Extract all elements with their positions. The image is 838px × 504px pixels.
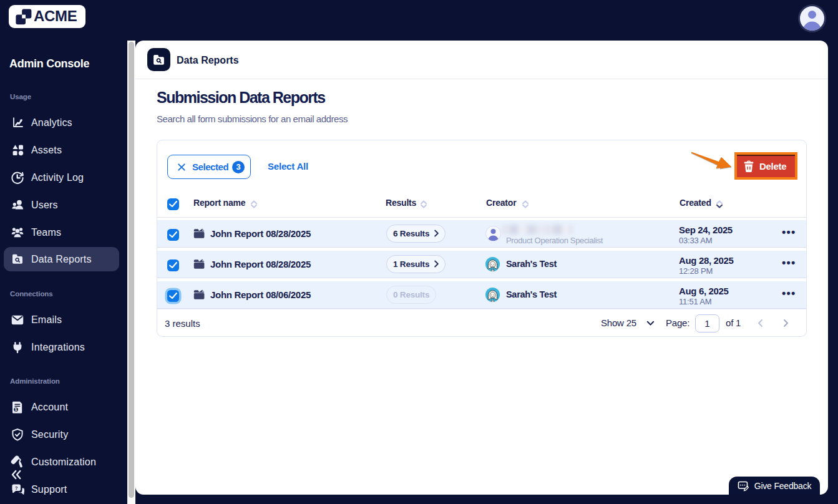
- svg-text:$: $: [15, 407, 17, 412]
- svg-text:?: ?: [15, 485, 18, 490]
